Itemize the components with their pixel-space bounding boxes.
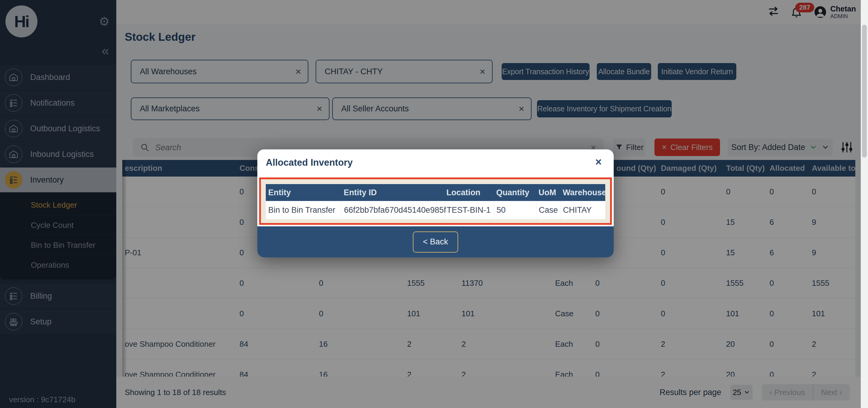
modal-table-header-cell: Location xyxy=(444,188,494,197)
vertical-scrollbar[interactable] xyxy=(861,0,868,408)
modal-table-header-cell: Entity ID xyxy=(341,188,444,197)
back-button[interactable]: < Back xyxy=(413,232,458,252)
modal-cell-location: TEST-BIN-1 xyxy=(444,201,494,219)
modal-table-header-cell: Warehouse xyxy=(560,188,605,197)
highlighted-table-region: EntityEntity IDLocationQuantityUoMWareho… xyxy=(259,177,612,225)
modal-table-row[interactable]: Bin to Bin Transfer 66f2bb7bfa670d45140e… xyxy=(266,201,605,219)
allocated-inventory-modal: Allocated Inventory × EntityEntity IDLoc… xyxy=(257,149,614,258)
modal-table-header-cell: UoM xyxy=(536,188,560,197)
modal-cell-entity: Bin to Bin Transfer xyxy=(266,201,341,219)
modal-title: Allocated Inventory xyxy=(266,157,353,168)
modal-cell-warehouse: CHITAY xyxy=(560,201,605,219)
modal-cell-entity-id: 66f2bb7bfa670d45140e985f xyxy=(341,201,444,219)
modal-table-header-cell: Entity xyxy=(266,188,341,197)
close-icon[interactable]: × xyxy=(595,157,601,168)
modal-table-header-cell: Quantity xyxy=(494,188,536,197)
modal-cell-quantity: 50 xyxy=(494,201,536,219)
modal-table-header-row: EntityEntity IDLocationQuantityUoMWareho… xyxy=(266,184,605,201)
modal-footer: < Back xyxy=(257,226,614,258)
modal-cell-uom: Case xyxy=(536,201,560,219)
scrollbar-thumb[interactable] xyxy=(862,25,867,158)
